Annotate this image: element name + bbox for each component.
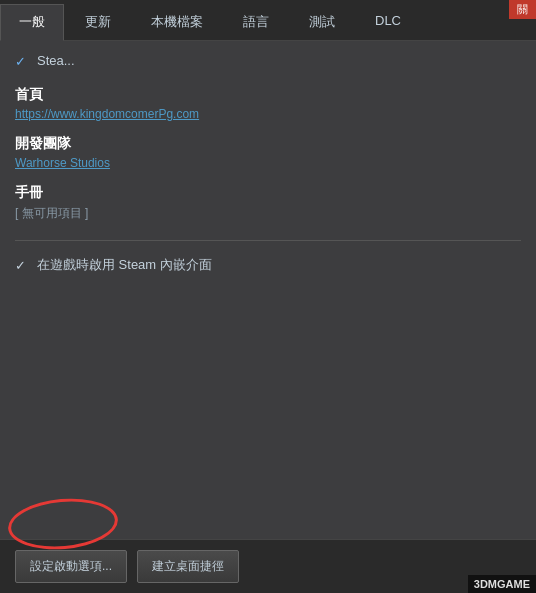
tab-language[interactable]: 語言 (224, 4, 288, 40)
homepage-label: 首頁 (15, 86, 521, 104)
overlay-checkmark-icon: ✓ (15, 258, 29, 272)
tab-update[interactable]: 更新 (66, 4, 130, 40)
tab-local-files[interactable]: 本機檔案 (132, 4, 222, 40)
launch-options-button[interactable]: 設定啟動選項... (15, 550, 127, 583)
desktop-shortcut-button[interactable]: 建立桌面捷徑 (137, 550, 239, 583)
homepage-link[interactable]: https://www.kingdomcomerPg.com (15, 107, 521, 121)
watermark: 3DMGAME (468, 575, 536, 593)
close-button[interactable]: 關 (509, 0, 536, 19)
tab-beta[interactable]: 測試 (290, 4, 354, 40)
bottom-bar: 設定啟動選項... 建立桌面捷徑 (0, 539, 536, 593)
developer-link[interactable]: Warhorse Studios (15, 156, 521, 170)
tab-dlc[interactable]: DLC (356, 4, 420, 40)
overlay-row[interactable]: ✓ 在遊戲時啟用 Steam 內嵌介面 (15, 256, 521, 274)
spacer (15, 274, 521, 527)
checkmark-icon: ✓ (15, 54, 29, 68)
bottom-left-buttons: 設定啟動選項... 建立桌面捷徑 (15, 550, 239, 583)
tab-bar: 一般 更新 本機檔案 語言 測試 DLC (0, 0, 536, 41)
developer-label: 開發團隊 (15, 135, 521, 153)
content-area: ✓ Stea... 首頁 https://www.kingdomcomerPg.… (0, 41, 536, 539)
tab-general[interactable]: 一般 (0, 4, 64, 41)
overlay-label: 在遊戲時啟用 Steam 內嵌介面 (37, 256, 212, 274)
app-container: 關 一般 更新 本機檔案 語言 測試 DLC ✓ Stea... 首頁 http… (0, 0, 536, 593)
game-name-label: Stea... (37, 53, 75, 68)
manual-unavailable: [ 無可用項目 ] (15, 205, 521, 222)
divider (15, 240, 521, 241)
manual-label: 手冊 (15, 184, 521, 202)
game-checkbox-row[interactable]: ✓ Stea... (15, 53, 521, 68)
